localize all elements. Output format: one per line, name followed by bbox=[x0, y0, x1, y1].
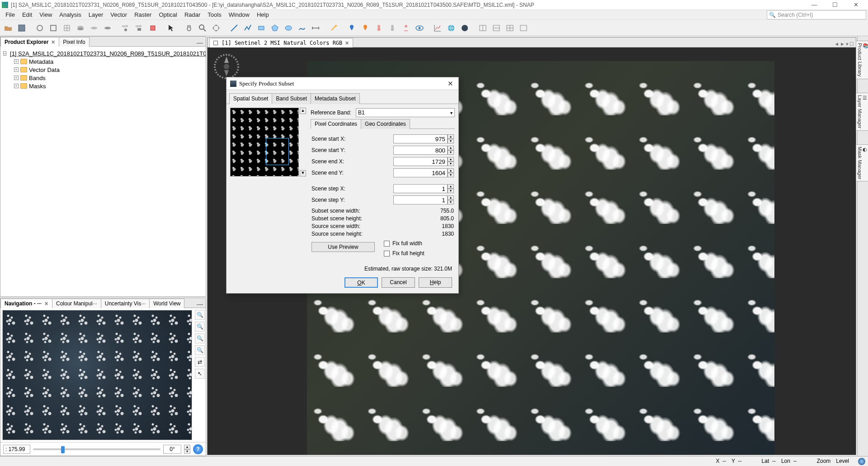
nav-zoom-out[interactable]: 🔍 bbox=[195, 322, 205, 332]
nav-zoom-all[interactable]: 🔍 bbox=[195, 333, 205, 343]
spinner[interactable]: ▲▼ bbox=[448, 195, 454, 204]
close-icon[interactable]: ✕ bbox=[44, 301, 48, 307]
tool-gcp-c[interactable] bbox=[146, 22, 159, 34]
panel-collapse-icon[interactable]: — bbox=[194, 39, 206, 46]
spinner[interactable]: ▲▼ bbox=[448, 146, 454, 155]
tab-world-view[interactable]: World View bbox=[149, 299, 184, 308]
tool-pan[interactable] bbox=[183, 22, 195, 34]
tree-child[interactable]: +Metadata bbox=[3, 57, 203, 66]
tool-pin-orange[interactable] bbox=[359, 22, 372, 34]
close-icon[interactable]: ✕ bbox=[345, 40, 349, 46]
menu-view[interactable]: View bbox=[36, 10, 56, 19]
tool-draw-rect[interactable] bbox=[255, 22, 268, 34]
input-scene-start-y[interactable] bbox=[393, 146, 448, 155]
ref-band-select[interactable]: B1 ▾ bbox=[356, 108, 455, 117]
tool-layer1[interactable] bbox=[74, 22, 87, 34]
menu-vector[interactable]: Vector bbox=[107, 10, 131, 19]
panel-collapse-icon[interactable]: — bbox=[194, 300, 206, 308]
tab-dropdown-icon[interactable]: ▾ bbox=[846, 41, 849, 47]
input-scene-step-y[interactable] bbox=[393, 195, 448, 204]
tree-child[interactable]: +Bands bbox=[3, 74, 203, 82]
menu-window[interactable]: Window bbox=[225, 10, 253, 19]
spinner[interactable]: ▲▼ bbox=[448, 184, 454, 193]
tool-draw-freehand[interactable] bbox=[296, 22, 308, 34]
tool-range[interactable] bbox=[309, 22, 322, 34]
menu-help[interactable]: Help bbox=[253, 10, 273, 19]
tab-navigation[interactable]: Navigation - ···✕ bbox=[0, 299, 52, 308]
tool-person-c[interactable] bbox=[400, 22, 412, 34]
nav-zoom-fit[interactable]: 🔍 bbox=[195, 345, 205, 355]
product-tree[interactable]: – [1] S2A_MSIL1C_20181021T023731_N0206_R… bbox=[0, 47, 206, 296]
nav-zoom-in[interactable]: 🔍 bbox=[195, 310, 205, 320]
tool-gcp1[interactable] bbox=[33, 22, 46, 34]
tool-draw-poly[interactable] bbox=[269, 22, 281, 34]
tool-zoom[interactable] bbox=[196, 22, 209, 34]
tree-child[interactable]: +Vector Data bbox=[3, 66, 203, 74]
expander-icon[interactable]: + bbox=[14, 67, 19, 72]
tool-layout-3[interactable] bbox=[504, 22, 516, 34]
menu-optical[interactable]: Optical bbox=[155, 10, 180, 19]
tab-uncertainty-vis[interactable]: Uncertainty Vis··· bbox=[101, 299, 150, 308]
tool-pin-blue[interactable] bbox=[345, 22, 358, 34]
tool-draw-polyline[interactable] bbox=[241, 22, 254, 34]
tool-save[interactable] bbox=[15, 22, 28, 34]
use-preview-button[interactable]: Use Preview bbox=[311, 242, 375, 252]
help-button[interactable]: Help bbox=[419, 277, 452, 288]
tool-gcp-b[interactable]: GCP bbox=[133, 22, 146, 34]
vtab-layer-manager[interactable]: ☰Layer Manager bbox=[856, 93, 868, 131]
tool-gcp2[interactable] bbox=[47, 22, 60, 34]
search-input[interactable]: 🔍 Search (Ctrl+I) bbox=[767, 10, 866, 19]
nav-cursor[interactable]: ↖ bbox=[195, 369, 205, 379]
tool-draw-ellipse[interactable] bbox=[282, 22, 295, 34]
dtab-metadata-subset[interactable]: Metadata Subset bbox=[311, 93, 360, 104]
expander-icon[interactable]: + bbox=[14, 76, 19, 80]
vtab-product-library[interactable]: 📚Product Library bbox=[856, 41, 868, 79]
zoom-slider[interactable] bbox=[33, 448, 160, 450]
tool-eye[interactable] bbox=[413, 22, 426, 34]
tool-layout-4[interactable] bbox=[517, 22, 530, 34]
tool-gcp-a[interactable]: GCP bbox=[119, 22, 132, 34]
tool-wand[interactable] bbox=[327, 22, 340, 34]
menu-radar[interactable]: Radar bbox=[181, 10, 204, 19]
tab-prev-icon[interactable]: ◄ bbox=[834, 41, 839, 47]
menu-edit[interactable]: Edit bbox=[19, 10, 36, 19]
tool-layout-1[interactable] bbox=[476, 22, 489, 34]
tool-crosshair[interactable] bbox=[210, 22, 222, 34]
tab-product-explorer[interactable]: Product Explorer ✕ bbox=[0, 37, 59, 47]
input-scene-end-y[interactable] bbox=[393, 168, 448, 177]
subset-preview[interactable] bbox=[230, 108, 299, 176]
tab-maximize-icon[interactable]: ☐ bbox=[849, 41, 854, 47]
input-scene-start-x[interactable] bbox=[393, 134, 448, 143]
tab-colour-manipulation[interactable]: Colour Manipul··· bbox=[52, 299, 101, 308]
menu-analysis[interactable]: Analysis bbox=[56, 10, 85, 19]
spinner[interactable]: ▲▼ bbox=[448, 157, 454, 166]
globe-icon[interactable] bbox=[858, 458, 865, 465]
image-tab[interactable]: [1] Sentinel 2 MSI Natural Colors RGB ✕ bbox=[209, 38, 353, 48]
checkbox-fix-width[interactable] bbox=[384, 241, 390, 247]
cancel-button[interactable]: Cancel bbox=[382, 277, 415, 288]
ctab-geo-coords[interactable]: Geo Coordinates bbox=[361, 119, 410, 129]
tool-globe-blue[interactable] bbox=[445, 22, 458, 34]
tab-next-icon[interactable]: ► bbox=[840, 41, 845, 47]
input-scene-end-x[interactable] bbox=[393, 157, 448, 166]
rotation-input[interactable] bbox=[163, 445, 181, 454]
maximize-button[interactable]: ☐ bbox=[825, 0, 845, 10]
checkbox-fix-height[interactable] bbox=[384, 251, 390, 257]
tree-root[interactable]: – [1] S2A_MSIL1C_20181021T023731_N0206_R… bbox=[3, 49, 203, 57]
compass-icon[interactable] bbox=[213, 53, 240, 80]
tool-chart[interactable] bbox=[431, 22, 444, 34]
dtab-spatial-subset[interactable]: Spatial Subset bbox=[229, 93, 272, 104]
tool-open[interactable] bbox=[2, 22, 14, 34]
close-icon[interactable]: ✕ bbox=[51, 39, 55, 45]
zoom-value-input[interactable] bbox=[3, 445, 30, 454]
tool-select[interactable] bbox=[165, 22, 177, 34]
menu-raster[interactable]: Raster bbox=[131, 10, 155, 19]
help-icon[interactable]: ? bbox=[193, 444, 203, 454]
spinner[interactable]: ▲▼ bbox=[448, 134, 454, 143]
nav-sync[interactable]: ⇄ bbox=[195, 357, 205, 367]
tool-gcp3[interactable] bbox=[61, 22, 73, 34]
preview-scrollbar[interactable]: ▲▼ bbox=[300, 108, 306, 176]
tool-person-a[interactable] bbox=[373, 22, 385, 34]
menu-file[interactable]: File bbox=[2, 10, 19, 19]
tree-child[interactable]: +Masks bbox=[3, 82, 203, 90]
